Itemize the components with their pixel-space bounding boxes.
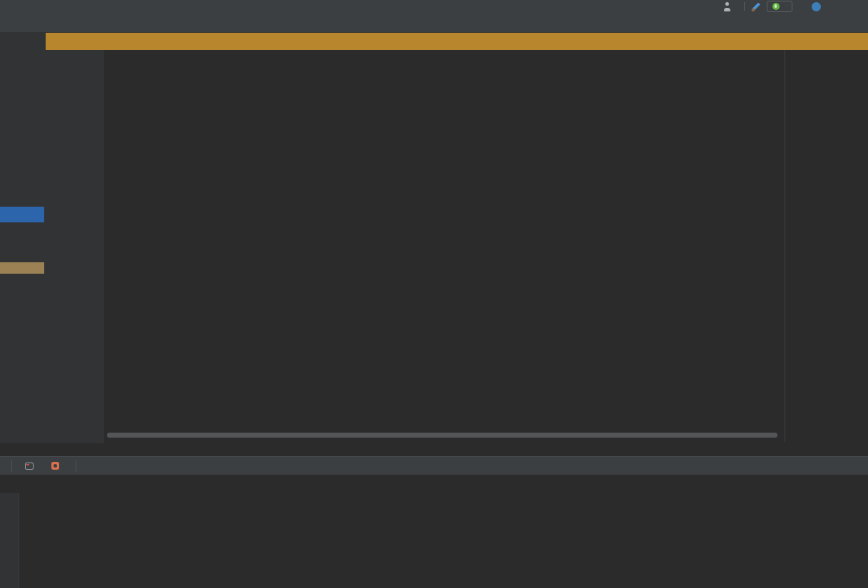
debug-toolbar bbox=[0, 456, 868, 475]
horizontal-scrollbar[interactable] bbox=[107, 433, 777, 438]
navbar-right-toolbar bbox=[723, 1, 864, 12]
run-configuration-select[interactable] bbox=[767, 1, 792, 12]
variables-tree bbox=[19, 495, 868, 559]
console-icon bbox=[25, 463, 34, 470]
toolbar-separator bbox=[11, 460, 12, 472]
spring-boot-icon bbox=[772, 3, 780, 10]
toolbar-separator bbox=[744, 2, 745, 11]
tab-console[interactable] bbox=[18, 457, 44, 475]
decompiler-banner bbox=[46, 33, 868, 50]
editor-tab-bar bbox=[0, 13, 868, 33]
editor-tabs bbox=[37, 13, 868, 32]
update-application-icon[interactable] bbox=[812, 2, 821, 11]
navigation-bar bbox=[0, 0, 868, 13]
user-icon[interactable] bbox=[723, 2, 731, 11]
ide-window: { "colors": { "editor_bg": "#2B2B2B", "g… bbox=[0, 0, 868, 588]
tab-endpoints[interactable] bbox=[44, 457, 70, 475]
debug-side-toolbar bbox=[0, 493, 19, 588]
endpoints-icon bbox=[51, 462, 59, 470]
toolbar-separator bbox=[76, 460, 76, 472]
tool-pen-icon[interactable] bbox=[751, 2, 760, 11]
tab-bar-controls bbox=[0, 13, 37, 32]
code-editor[interactable] bbox=[0, 50, 868, 443]
